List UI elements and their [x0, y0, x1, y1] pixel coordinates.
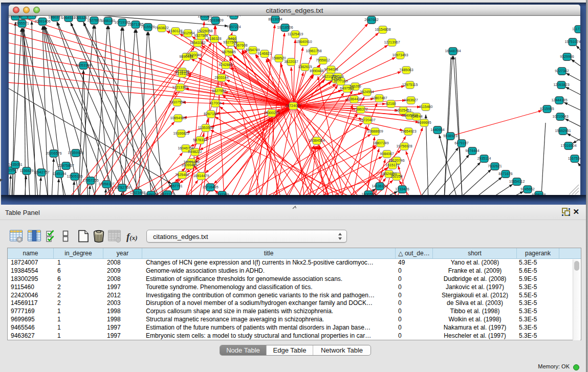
- svg-text:10958107: 10958107: [98, 182, 114, 186]
- svg-text:9115460: 9115460: [419, 105, 433, 108]
- svg-text:9857791: 9857791: [168, 184, 182, 188]
- svg-text:1156829: 1156829: [20, 169, 34, 172]
- svg-text:15226058: 15226058: [197, 29, 212, 33]
- svg-text:1903583: 1903583: [198, 16, 211, 18]
- svg-text:2055571: 2055571: [15, 21, 29, 25]
- svg-text:20691406: 20691406: [34, 19, 50, 23]
- svg-text:9084067: 9084067: [380, 152, 394, 156]
- svg-text:15720407: 15720407: [359, 118, 375, 122]
- svg-text:6466160: 6466160: [101, 19, 115, 23]
- svg-text:10807487: 10807487: [371, 96, 387, 100]
- svg-text:12975115: 12975115: [402, 83, 418, 86]
- svg-text:10654112: 10654112: [509, 180, 525, 183]
- svg-text:1362615: 1362615: [298, 65, 312, 69]
- svg-text:19166825: 19166825: [173, 132, 189, 135]
- svg-text:1527602: 1527602: [87, 18, 101, 22]
- svg-text:5498222: 5498222: [188, 150, 202, 154]
- svg-text:9463627: 9463627: [404, 98, 418, 102]
- svg-text:12213967: 12213967: [384, 40, 400, 44]
- svg-text:18724007: 18724007: [285, 104, 301, 107]
- svg-text:2935114: 2935114: [477, 157, 491, 160]
- svg-text:3822037: 3822037: [284, 60, 298, 63]
- svg-text:15751074: 15751074: [564, 40, 580, 43]
- svg-text:16046758: 16046758: [178, 146, 193, 150]
- svg-text:16154808: 16154808: [375, 28, 390, 31]
- svg-text:3875685: 3875685: [222, 50, 235, 54]
- svg-text:7485063: 7485063: [399, 68, 413, 72]
- svg-text:62160: 62160: [386, 102, 396, 105]
- svg-text:16782759: 16782759: [114, 186, 130, 189]
- svg-text:7386372: 7386372: [354, 107, 367, 111]
- svg-text:16914479: 16914479: [193, 174, 209, 178]
- svg-text:8990448: 8990448: [310, 69, 323, 73]
- svg-text:10025453: 10025453: [395, 108, 411, 112]
- svg-text:1615172: 1615172: [385, 163, 399, 167]
- svg-text:2803144: 2803144: [214, 76, 228, 79]
- svg-text:16120746: 16120746: [388, 159, 404, 162]
- svg-text:8912954: 8912954: [181, 31, 194, 35]
- svg-text:20206576: 20206576: [46, 151, 61, 155]
- svg-text:12213389: 12213389: [172, 85, 188, 89]
- svg-text:15716485: 15716485: [202, 185, 218, 189]
- svg-text:7515526: 7515526: [141, 25, 155, 29]
- svg-text:19756928: 19756928: [396, 144, 412, 148]
- svg-text:6479197: 6479197: [454, 141, 468, 145]
- svg-text:9227342: 9227342: [555, 69, 569, 73]
- svg-text:9890448: 9890448: [179, 55, 193, 58]
- svg-text:20364436: 20364436: [346, 97, 362, 101]
- svg-text:16648784: 16648784: [445, 49, 461, 53]
- svg-text:5466: 5466: [228, 37, 236, 40]
- svg-text:19384554: 19384554: [309, 139, 324, 142]
- svg-text:18807249: 18807249: [373, 141, 388, 145]
- svg-text:1440954: 1440954: [430, 128, 444, 132]
- svg-text:5857224: 5857224: [227, 16, 241, 17]
- svg-text:10654985: 10654985: [170, 116, 186, 120]
- svg-text:11353594: 11353594: [198, 126, 214, 129]
- svg-text:7625402: 7625402: [175, 173, 189, 177]
- svg-text:8267150: 8267150: [204, 112, 217, 116]
- svg-text:252254: 252254: [390, 174, 402, 178]
- svg-text:9794028: 9794028: [324, 68, 338, 71]
- svg-text:16099485: 16099485: [181, 163, 197, 167]
- svg-text:10210643: 10210643: [552, 115, 568, 118]
- svg-text:9329966: 9329966: [560, 55, 574, 58]
- svg-text:12505135: 12505135: [67, 174, 82, 178]
- svg-text:9146821: 9146821: [257, 52, 271, 55]
- svg-text:12942757: 12942757: [33, 170, 49, 174]
- svg-text:10107558: 10107558: [169, 100, 185, 104]
- svg-text:3624554: 3624554: [360, 90, 374, 94]
- svg-text:754244: 754244: [410, 115, 422, 118]
- svg-text:5938923: 5938923: [443, 134, 457, 138]
- svg-text:2087682: 2087682: [364, 18, 378, 21]
- svg-text:12093823: 12093823: [553, 83, 569, 86]
- svg-text:7857224: 7857224: [227, 25, 241, 29]
- svg-text:8471676: 8471676: [498, 172, 512, 176]
- svg-text:15692951: 15692951: [555, 129, 571, 133]
- svg-text:417004: 417004: [209, 101, 221, 105]
- svg-text:9699695: 9699695: [417, 121, 431, 124]
- svg-text:9358216: 9358216: [532, 193, 546, 195]
- svg-text:20053346: 20053346: [75, 63, 91, 67]
- svg-text:1435051: 1435051: [9, 163, 23, 166]
- svg-text:10961758: 10961758: [306, 49, 321, 53]
- svg-text:1588520: 1588520: [272, 56, 286, 60]
- svg-text:15640910: 15640910: [296, 40, 312, 43]
- svg-text:1960371: 1960371: [48, 16, 62, 19]
- svg-text:10688609: 10688609: [367, 129, 383, 133]
- svg-text:9777169: 9777169: [334, 79, 347, 83]
- svg-text:17016504: 17016504: [560, 144, 576, 147]
- svg-text:6497568: 6497568: [340, 86, 354, 90]
- svg-text:1218116: 1218116: [176, 72, 189, 75]
- svg-text:14136141: 14136141: [372, 184, 387, 188]
- svg-text:17359924: 17359924: [68, 151, 83, 155]
- svg-text:8813054: 8813054: [268, 17, 282, 21]
- svg-text:7663822: 7663822: [155, 26, 168, 30]
- svg-text:7237255: 7237255: [215, 193, 229, 195]
- svg-text:9245011: 9245011: [144, 193, 158, 195]
- svg-text:9327506: 9327506: [194, 34, 208, 37]
- svg-text:16543382: 16543382: [189, 41, 205, 45]
- svg-text:1145194: 1145194: [53, 172, 67, 176]
- svg-text:7632621: 7632621: [488, 164, 502, 168]
- svg-text:17957255: 17957255: [82, 179, 98, 182]
- svg-text:9474444: 9474444: [465, 149, 479, 152]
